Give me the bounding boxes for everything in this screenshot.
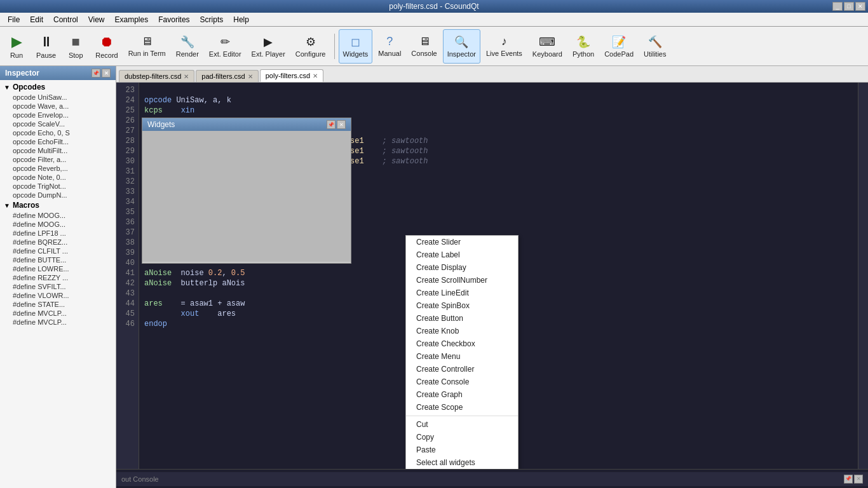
close-button[interactable]: ✕ bbox=[855, 2, 865, 11]
utilities-button[interactable]: 🔨 Utilities bbox=[639, 29, 670, 64]
tab-poly[interactable]: poly-filters.csd ✕ bbox=[260, 69, 323, 82]
console-pin-button[interactable]: 📌 bbox=[844, 475, 853, 484]
inspector-pin-button[interactable]: 📌 bbox=[92, 69, 100, 78]
maximize-button[interactable]: □ bbox=[844, 2, 854, 11]
keyboard-button[interactable]: ⌨ Keyboard bbox=[528, 29, 567, 64]
manual-button[interactable]: ? Manual bbox=[374, 29, 405, 64]
menu-help[interactable]: Help bbox=[228, 14, 254, 25]
tree-item-6[interactable]: opcode MultiFilt... bbox=[0, 146, 116, 155]
menu-examples[interactable]: Examples bbox=[110, 14, 154, 25]
tree-item-0[interactable]: opcode UniSaw... bbox=[0, 93, 116, 102]
tree-item-14[interactable]: #define LPF18 ... bbox=[0, 229, 116, 238]
ext-editor-icon: ✏ bbox=[220, 35, 230, 49]
ctx-create-menu[interactable]: Create Menu bbox=[406, 350, 518, 363]
ctx-copy[interactable]: Copy bbox=[406, 431, 518, 444]
ext-editor-button[interactable]: ✏ Ext. Editor bbox=[205, 29, 246, 64]
ctx-create-knob[interactable]: Create Knob bbox=[406, 325, 518, 337]
tree-item-21[interactable]: #define VLOWR... bbox=[0, 291, 116, 300]
widgets-button[interactable]: ◻ Widgets bbox=[339, 29, 373, 64]
menu-control[interactable]: Control bbox=[48, 14, 83, 25]
inspector-close-button[interactable]: ✕ bbox=[102, 69, 111, 78]
tree-item-13[interactable]: #define MOOG... bbox=[0, 220, 116, 229]
console-controls[interactable]: 📌 ✕ bbox=[844, 475, 863, 484]
minimize-button[interactable]: _ bbox=[832, 2, 843, 11]
ctx-create-slider[interactable]: Create Slider bbox=[406, 236, 518, 248]
run-button[interactable]: ▶ Run bbox=[3, 29, 31, 64]
console-button[interactable]: 🖥 Console bbox=[407, 29, 441, 64]
console-close-button[interactable]: ✕ bbox=[854, 475, 863, 484]
ext-player-button[interactable]: ▶ Ext. Player bbox=[247, 29, 290, 64]
pause-button[interactable]: ⏸ Pause bbox=[32, 29, 60, 64]
live-events-button[interactable]: ♪ Live Events bbox=[482, 29, 527, 64]
tree-item-17[interactable]: #define BUTTE... bbox=[0, 255, 116, 264]
pause-icon: ⏸ bbox=[39, 34, 53, 50]
codepad-button[interactable]: 📝 CodePad bbox=[600, 29, 638, 64]
tab-pad-label: pad-filters.csd bbox=[201, 72, 245, 80]
tree-item-19[interactable]: #define REZZY ... bbox=[0, 273, 116, 282]
inspector-button[interactable]: 🔍 Inspector bbox=[443, 29, 480, 64]
menu-scripts[interactable]: Scripts bbox=[195, 14, 229, 25]
window-controls[interactable]: _ □ ✕ bbox=[832, 2, 865, 11]
ctx-create-display[interactable]: Create Display bbox=[406, 261, 518, 274]
tree-item-10[interactable]: opcode TrigNot... bbox=[0, 182, 116, 191]
tree-item-15[interactable]: #define BQREZ... bbox=[0, 238, 116, 247]
widgets-panel-body[interactable] bbox=[142, 131, 351, 262]
tree-section-opcodes[interactable]: ▼ Opcodes bbox=[0, 81, 116, 93]
menu-view[interactable]: View bbox=[83, 14, 110, 25]
tree-item-23[interactable]: #define MVCLP... bbox=[0, 309, 116, 318]
menu-file[interactable]: File bbox=[3, 14, 25, 25]
ctx-create-checkbox[interactable]: Create Checkbox bbox=[406, 337, 518, 350]
ctx-create-scope[interactable]: Create Scope bbox=[406, 401, 518, 414]
tab-dubstep[interactable]: dubstep-filters.csd ✕ bbox=[119, 70, 194, 82]
ctx-create-controller[interactable]: Create Controller bbox=[406, 363, 518, 376]
stop-button[interactable]: ■ Stop bbox=[62, 29, 90, 64]
tree-item-11[interactable]: opcode DumpN... bbox=[0, 191, 116, 200]
editor-area[interactable]: 2324252627282930313233343536373839404142… bbox=[116, 83, 868, 469]
tree-item-2[interactable]: opcode Envelop... bbox=[0, 111, 116, 119]
tab-dubstep-close-icon[interactable]: ✕ bbox=[184, 73, 189, 80]
widgets-panel: Widgets 📌 ✕ bbox=[142, 118, 351, 264]
tree-item-5[interactable]: opcode EchoFilt... bbox=[0, 137, 116, 146]
vertical-scrollbar[interactable] bbox=[858, 83, 868, 469]
tree-item-8[interactable]: opcode Reverb,... bbox=[0, 164, 116, 173]
ctx-create-lineedit[interactable]: Create LineEdit bbox=[406, 287, 518, 299]
tree-item-18[interactable]: #define LOWRE... bbox=[0, 264, 116, 273]
ctx-create-label[interactable]: Create Label bbox=[406, 248, 518, 261]
ctx-create-graph[interactable]: Create Graph bbox=[406, 388, 518, 401]
render-button[interactable]: 🔧 Render bbox=[172, 29, 203, 64]
tree-item-24[interactable]: #define MVCLP... bbox=[0, 318, 116, 327]
ctx-cut[interactable]: Cut bbox=[406, 418, 518, 431]
tab-poly-close-icon[interactable]: ✕ bbox=[313, 72, 318, 79]
tree-item-20[interactable]: #define SVFILT... bbox=[0, 282, 116, 291]
tree-item-1[interactable]: opcode Wave, a... bbox=[0, 102, 116, 111]
record-button[interactable]: ⏺ Record bbox=[91, 29, 122, 64]
tree-item-7[interactable]: opcode Filter, a... bbox=[0, 155, 116, 164]
configure-button[interactable]: ⚙ Configure bbox=[291, 29, 330, 64]
run-in-term-button[interactable]: 🖥 Run in Term bbox=[124, 29, 170, 64]
tree-item-9[interactable]: opcode Note, 0... bbox=[0, 173, 116, 182]
inspector-tree[interactable]: ▼ Opcodes opcode UniSaw... opcode Wave, … bbox=[0, 80, 116, 488]
widgets-panel-pin-button[interactable]: 📌 bbox=[327, 120, 336, 129]
tree-item-3[interactable]: opcode ScaleV... bbox=[0, 119, 116, 128]
tab-pad-close-icon[interactable]: ✕ bbox=[248, 73, 253, 80]
menu-edit[interactable]: Edit bbox=[25, 14, 48, 25]
stop-icon: ■ bbox=[72, 34, 80, 50]
inspector-header-controls[interactable]: 📌 ✕ bbox=[92, 69, 111, 78]
tab-pad[interactable]: pad-filters.csd ✕ bbox=[196, 70, 258, 82]
widgets-panel-controls[interactable]: 📌 ✕ bbox=[327, 120, 346, 129]
ctx-paste[interactable]: Paste bbox=[406, 444, 518, 456]
tree-item-4[interactable]: opcode Echo, 0, S bbox=[0, 128, 116, 137]
tree-item-12[interactable]: #define MOOG... bbox=[0, 211, 116, 220]
tree-item-16[interactable]: #define CLFILT ... bbox=[0, 247, 116, 255]
tree-section-macros[interactable]: ▼ Macros bbox=[0, 200, 116, 211]
tree-item-22[interactable]: #define STATE... bbox=[0, 300, 116, 309]
ctx-create-spinbox[interactable]: Create SpinBox bbox=[406, 299, 518, 312]
inspector-header: Inspector 📌 ✕ bbox=[0, 66, 116, 80]
ctx-create-button[interactable]: Create Button bbox=[406, 312, 518, 325]
ctx-create-scrollnumber[interactable]: Create ScrollNumber bbox=[406, 274, 518, 287]
ctx-select-all[interactable]: Select all widgets bbox=[406, 456, 518, 469]
ctx-create-console[interactable]: Create Console bbox=[406, 376, 518, 388]
widgets-panel-close-button[interactable]: ✕ bbox=[337, 120, 346, 129]
python-button[interactable]: 🐍 Python bbox=[568, 29, 599, 64]
menu-favorites[interactable]: Favorites bbox=[153, 14, 194, 25]
